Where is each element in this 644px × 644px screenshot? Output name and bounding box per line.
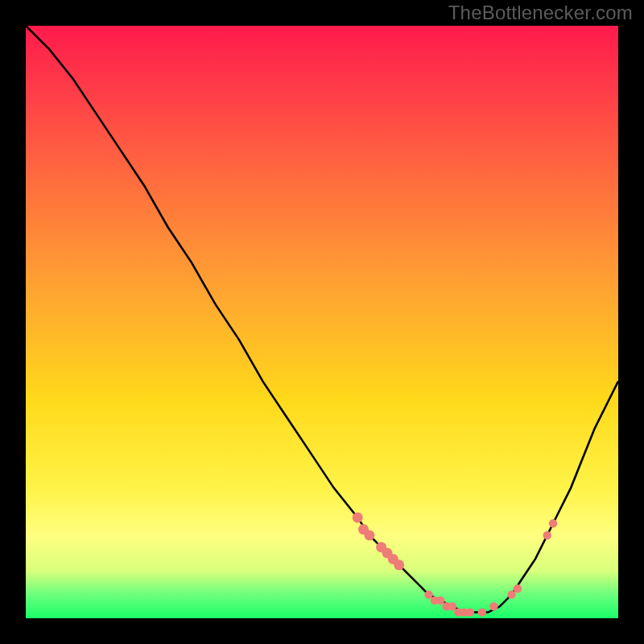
bottleneck-curve-svg — [26, 26, 618, 618]
attribution-text: TheBottlenecker.com — [448, 2, 633, 24]
curve-marker — [489, 602, 497, 610]
curve-marker — [466, 608, 474, 616]
curve-marker — [543, 531, 551, 539]
curve-marker — [549, 519, 557, 527]
curve-markers — [353, 512, 558, 616]
curve-marker — [353, 512, 363, 522]
chart-frame: TheBottlenecker.com — [0, 0, 644, 644]
curve-marker — [514, 584, 522, 592]
curve-marker — [436, 597, 444, 605]
curve-marker — [478, 608, 486, 616]
curve-marker — [364, 530, 374, 541]
curve-marker — [394, 559, 404, 570]
curve-marker — [507, 590, 515, 598]
bottleneck-curve — [26, 26, 618, 613]
curve-marker — [448, 602, 456, 610]
plot-area — [26, 26, 618, 618]
